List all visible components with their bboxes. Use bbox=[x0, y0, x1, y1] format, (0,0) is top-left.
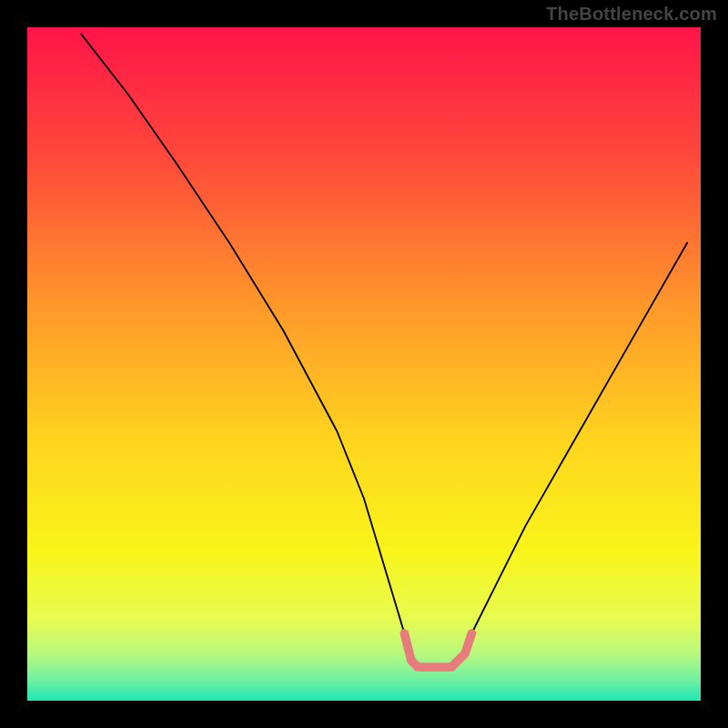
chart-svg bbox=[27, 27, 701, 701]
plot-area bbox=[27, 27, 701, 701]
chart-frame: TheBottleneck.com bbox=[0, 0, 728, 728]
watermark-text: TheBottleneck.com bbox=[546, 4, 717, 25]
gradient-background-rect bbox=[27, 27, 701, 701]
